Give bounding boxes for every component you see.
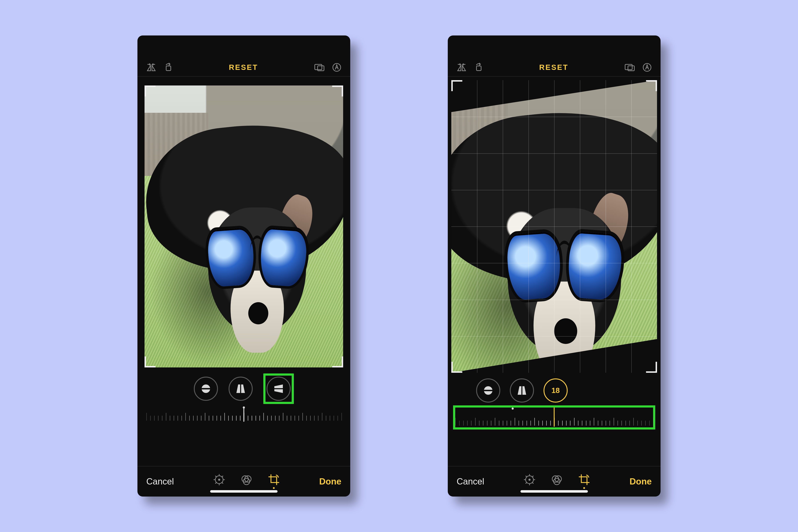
flip-icon[interactable] — [457, 63, 467, 72]
svg-line-36 — [526, 476, 527, 477]
tab-adjust[interactable] — [213, 474, 225, 489]
reset-button[interactable]: RESET — [229, 63, 258, 72]
perspective-value: 18 — [551, 386, 560, 395]
straighten-tool[interactable] — [476, 378, 500, 402]
status-bar — [448, 36, 661, 58]
crop-canvas[interactable] — [451, 80, 657, 373]
crop-handle-tl[interactable] — [145, 86, 155, 96]
dial-origin-dot — [512, 407, 514, 410]
crop-handle-br[interactable] — [646, 362, 657, 373]
svg-line-39 — [526, 482, 527, 483]
adjustment-dial[interactable] — [146, 406, 341, 422]
straighten-tool[interactable] — [194, 377, 218, 401]
markup-icon[interactable] — [332, 63, 341, 72]
tutorial-highlight — [263, 374, 294, 404]
svg-line-15 — [215, 476, 216, 477]
photo — [145, 86, 343, 367]
svg-rect-28 — [483, 390, 493, 391]
vertical-perspective-tool[interactable] — [229, 377, 253, 401]
cancel-button[interactable]: Cancel — [146, 476, 174, 487]
svg-rect-24 — [625, 64, 632, 70]
rotate-icon[interactable] — [164, 63, 173, 72]
crop-handle-bl[interactable] — [451, 362, 462, 373]
photo — [451, 80, 657, 373]
reset-button[interactable]: RESET — [539, 63, 568, 72]
markup-icon[interactable] — [643, 63, 652, 72]
tab-crop[interactable] — [578, 474, 590, 489]
svg-line-18 — [215, 482, 216, 483]
phone-left: RESET — [137, 36, 350, 496]
flip-icon[interactable] — [146, 63, 156, 72]
svg-point-40 — [529, 479, 531, 481]
svg-line-16 — [222, 482, 223, 483]
perspective-tools: 18 — [448, 376, 661, 405]
home-indicator[interactable] — [520, 490, 588, 493]
dial-pointer — [554, 407, 555, 427]
tab-filters[interactable] — [551, 474, 563, 489]
tab-adjust[interactable] — [524, 474, 535, 489]
horizontal-perspective-tool[interactable] — [267, 377, 291, 401]
svg-line-17 — [222, 476, 223, 477]
svg-rect-5 — [201, 388, 211, 390]
crop-handle-tr[interactable] — [646, 80, 657, 91]
svg-rect-1 — [315, 64, 322, 70]
crop-handle-tl[interactable] — [451, 80, 462, 91]
adjustment-dial[interactable] — [453, 405, 655, 430]
svg-line-37 — [532, 482, 533, 483]
svg-rect-0 — [166, 66, 171, 71]
tab-crop[interactable] — [268, 474, 280, 489]
aspect-ratio-icon[interactable] — [314, 63, 325, 72]
crop-canvas[interactable] — [145, 86, 343, 367]
vertical-perspective-tool[interactable] — [510, 378, 534, 402]
phone-right: RESET — [448, 36, 661, 496]
status-bar — [137, 36, 350, 58]
cancel-button[interactable]: Cancel — [457, 476, 484, 487]
crop-handle-br[interactable] — [332, 357, 343, 367]
horizontal-perspective-tool[interactable]: 18 — [544, 378, 568, 402]
done-button[interactable]: Done — [319, 476, 341, 487]
aspect-ratio-icon[interactable] — [624, 63, 635, 72]
home-indicator[interactable] — [210, 490, 278, 493]
svg-rect-23 — [476, 66, 481, 71]
done-button[interactable]: Done — [629, 476, 652, 487]
crop-handle-bl[interactable] — [145, 357, 155, 367]
crop-handle-tr[interactable] — [332, 86, 343, 96]
rotate-icon[interactable] — [474, 63, 483, 72]
crop-top-toolbar: RESET — [137, 58, 350, 77]
svg-point-19 — [218, 479, 220, 481]
svg-line-38 — [532, 476, 533, 477]
crop-top-toolbar: RESET — [448, 58, 661, 77]
perspective-tools — [137, 375, 350, 403]
tab-filters[interactable] — [241, 474, 252, 489]
dial-pointer — [244, 406, 244, 422]
